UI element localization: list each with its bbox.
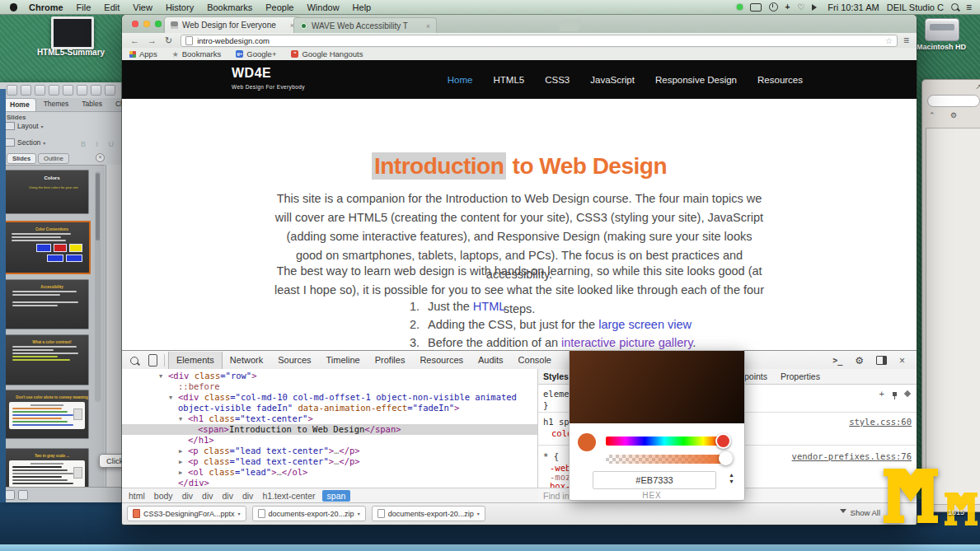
hue-slider[interactable] (606, 437, 723, 446)
menu-app-name[interactable]: Chrome (29, 2, 63, 12)
chevron-down-icon[interactable]: ▾ (238, 511, 241, 516)
dom-tree-line[interactable]: ▶<p class="lead text-center">…</p> (122, 446, 537, 456)
browser-tab[interactable]: Web Design for Everyone× (165, 17, 300, 33)
css-selector-universal[interactable]: * { (543, 451, 559, 461)
alpha-slider-handle[interactable] (719, 451, 733, 465)
ppt-format-buttons[interactable]: B I U (81, 140, 118, 148)
menu-item-view[interactable]: View (133, 2, 152, 12)
ppt-section-button[interactable]: Section ▾ (5, 138, 45, 147)
dom-tree-line[interactable]: ▶<ol class="lead">…</ol> (122, 467, 537, 478)
menu-item-window[interactable]: Window (307, 2, 339, 12)
ppt-toolbar-icon[interactable] (21, 85, 31, 96)
spotlight-search-icon[interactable] (951, 3, 959, 11)
slide-thumbnail[interactable]: Color Conventions (3, 221, 91, 274)
ppt-scrollbar[interactable] (95, 171, 101, 402)
alpha-slider[interactable] (606, 455, 723, 464)
nav-item-home[interactable]: Home (448, 75, 473, 85)
menu-item-help[interactable]: Help (353, 2, 372, 12)
close-icon[interactable]: × (96, 153, 105, 162)
breadcrumb-item[interactable]: h1.text-center (262, 491, 315, 501)
time-machine-icon[interactable] (769, 2, 778, 12)
chrome-menu-icon[interactable]: ≡ (903, 35, 909, 46)
zoom-window-button[interactable] (155, 21, 162, 27)
site-logo[interactable]: WD4E (232, 66, 271, 81)
dom-tree-line[interactable]: ▶<p class="lead text-center">…</p> (122, 456, 537, 467)
slide-thumbnail[interactable]: Don't use color alone to convey meaning (5, 390, 89, 439)
chevron-down-icon[interactable]: ▾ (477, 511, 480, 516)
volume-icon[interactable] (812, 4, 820, 11)
breadcrumb-item[interactable]: html (129, 491, 145, 501)
minimize-window-button[interactable] (143, 21, 150, 27)
nav-item-resources[interactable]: Resources (757, 75, 803, 85)
format-stepper[interactable]: ▲▼ (729, 472, 734, 484)
bookmark-apps[interactable]: Apps (129, 49, 157, 58)
window-controls[interactable]: ⌃ ⚙ (929, 111, 964, 119)
hex-input[interactable]: #EB7333 (593, 471, 716, 489)
close-tab-icon[interactable]: × (426, 22, 430, 30)
dom-tree[interactable]: ▼<div class="row">::before▼<div class="c… (122, 371, 537, 488)
url-text[interactable]: intro-webdesign.com (197, 36, 270, 45)
ppt-layout-button[interactable]: Layout ▾ (5, 122, 44, 130)
devtools-tab-sources[interactable]: Sources (270, 352, 318, 369)
close-window-button[interactable] (132, 21, 138, 27)
menu-account[interactable]: DEIL Studio C (887, 2, 944, 12)
bookmark-googlehangouts[interactable]: "Google Hangouts (291, 49, 363, 58)
pin-icon[interactable] (893, 392, 897, 396)
gear-icon[interactable]: ⚙ (855, 355, 864, 367)
accessibility-icon[interactable]: + (785, 3, 790, 12)
slide-thumbnail[interactable]: Two in gray scale ... (5, 448, 89, 490)
apple-menu-icon[interactable] (10, 3, 17, 12)
browser-tab[interactable]: WAVE Web Accessibility T× (293, 17, 437, 34)
nav-item-responsive-design[interactable]: Responsive Design (655, 75, 737, 85)
color-swatch[interactable] (578, 433, 596, 451)
menu-item-history[interactable]: History (166, 2, 194, 12)
devtools-tab-resources[interactable]: Resources (412, 352, 471, 369)
notes-icon[interactable] (18, 490, 28, 500)
console-drawer-icon[interactable]: >_ (832, 356, 842, 365)
breadcrumb-item[interactable]: div (202, 491, 213, 501)
scrollbar-thumb[interactable] (96, 173, 100, 240)
show-all-downloads[interactable]: Show All (840, 508, 880, 517)
ppt-ribbon-tab-themes[interactable]: Themes (38, 98, 75, 111)
nav-item-html5[interactable]: HTML5 (494, 75, 525, 85)
forward-button[interactable]: → (148, 35, 157, 45)
ppt-toolbar-icon[interactable] (49, 85, 59, 96)
bookmark-google+[interactable]: g+Google+ (236, 49, 276, 58)
bookmark-bookmarks[interactable]: ★Bookmarks (172, 49, 222, 58)
list-link[interactable]: large screen view (598, 318, 692, 331)
breadcrumb-item[interactable]: span (322, 490, 351, 502)
devtools-tab-audits[interactable]: Audits (471, 352, 511, 369)
download-item[interactable]: CSS3-DesigningForA...pptx▾ (127, 506, 246, 521)
breadcrumb-item[interactable]: body (154, 491, 173, 501)
dom-tree-line[interactable]: </h1> (122, 435, 537, 446)
notification-center-icon[interactable]: ≡ (966, 3, 972, 12)
chevron-down-icon[interactable]: ▾ (358, 511, 360, 516)
nav-item-css3[interactable]: CSS3 (545, 75, 570, 85)
menu-item-edit[interactable]: Edit (104, 2, 120, 12)
dom-tree-line[interactable]: ▼<div class="row"> (122, 371, 537, 381)
breadcrumb-item[interactable]: div (223, 491, 233, 501)
new-style-rule-icon[interactable]: + (879, 389, 884, 399)
ppt-toolbar-icon[interactable] (35, 85, 45, 96)
breadcrumb-item[interactable]: div (182, 491, 193, 501)
hue-slider-handle[interactable] (715, 433, 731, 449)
download-item[interactable]: documents-export-20...zip▾ (252, 506, 366, 521)
slide-thumbnail[interactable]: Accessibility (5, 279, 89, 329)
inspect-search-icon[interactable] (130, 357, 138, 365)
tab-styles[interactable]: Styles (543, 371, 569, 381)
dom-tree-line[interactable]: ::before (122, 381, 537, 392)
slide-thumbnail[interactable]: ColorsUsing the best colors for your sit… (5, 170, 89, 214)
close-icon[interactable]: × (899, 355, 905, 367)
devtools-tab-elements[interactable]: Elements (168, 352, 223, 369)
style-source-link[interactable]: style.css:60 (849, 417, 912, 427)
disclosure-arrow-icon[interactable]: ▼ (169, 393, 172, 404)
ppt-toolbar-icon[interactable] (105, 85, 115, 96)
style-source-link[interactable]: vendor-prefixes.less:76 (792, 451, 912, 461)
omnibox[interactable]: intro-webdesign.com ☆ (181, 35, 898, 47)
background-window-right[interactable]: ↗ ⌃ ⚙ (921, 79, 980, 512)
dom-tree-line[interactable]: ▼<div class="col-md-10 col-md-offset-1 o… (122, 392, 537, 413)
breadcrumb-item[interactable]: div (242, 491, 253, 501)
desktop-disk-macintosh-hd[interactable] (925, 18, 959, 41)
back-button[interactable]: ← (130, 35, 139, 45)
tab-dom-breakpoints[interactable]: points (744, 371, 767, 381)
